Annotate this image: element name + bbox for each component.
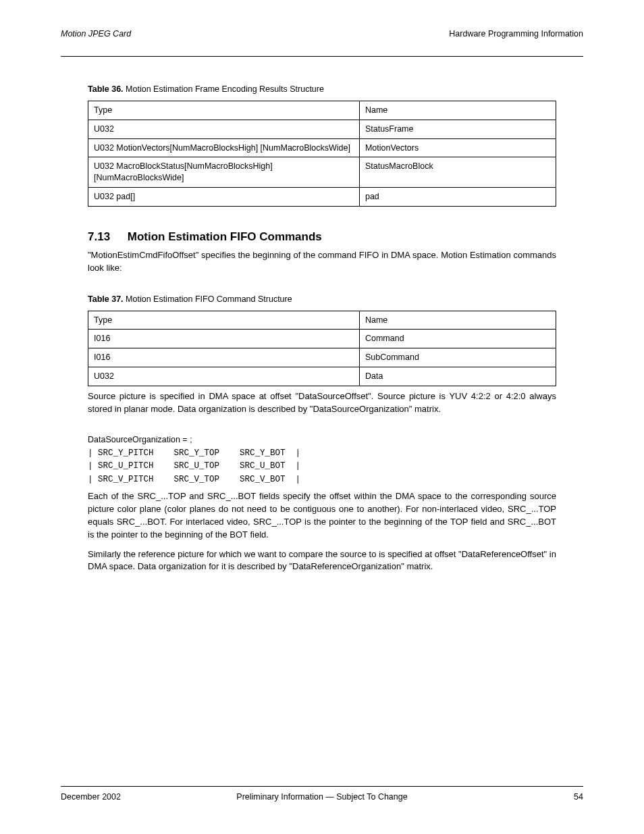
cell: SubCommand [359,348,556,367]
matrix-label: DataSourceOrganization = ; [88,435,192,444]
footer-rule [61,786,583,787]
cell: StatusFrame [359,120,556,138]
footer: December 2002 Preliminary Information — … [61,791,583,803]
section-number: 7.13 [88,230,124,245]
cell: Name [359,311,556,330]
cell: Type [88,101,360,120]
cell: U032 MacroBlockStatus[NumMacroBlocksHigh… [88,157,360,188]
paragraph: "MotionEstimCmdFifoOffset" specifies the… [88,249,556,275]
cell: Data [359,367,556,386]
table-row: TypeName [88,101,556,120]
table-row: U032 MotionVectors[NumMacroBlocksHigh] [… [88,138,556,157]
matrix-block: DataSourceOrganization = ; | SRC_Y_PITCH… [88,434,556,487]
table-row: U032 MacroBlockStatus[NumMacroBlocksHigh… [88,157,556,188]
table2: TypeName I016Command I016SubCommand U032… [88,311,556,387]
cell: MotionVectors [359,138,556,157]
table1-title: Motion Estimation Frame Encoding Results… [126,84,324,94]
header-left: Motion JPEG Card [61,28,131,40]
matrix-row: | SRC_Y_PITCH SRC_Y_TOP SRC_Y_BOT | [88,448,300,458]
cell: I016 [88,330,360,348]
cell: U032 pad[] [88,188,360,207]
table-row: I016SubCommand [88,348,556,367]
table-row: I016Command [88,330,556,348]
table-row: U032 pad[]pad [88,188,556,207]
table-row: U032StatusFrame [88,120,556,138]
section-title: Motion Estimation FIFO Commands [128,230,322,243]
table-row: U032Data [88,367,556,386]
paragraph: Source picture is specified in DMA space… [88,390,556,416]
cell: pad [359,188,556,207]
header-right: Hardware Programming Information [449,28,583,40]
footer-center: Preliminary Information — Subject To Cha… [61,791,583,803]
table2-title: Motion Estimation FIFO Command Structure [126,294,292,304]
table1: TypeName U032StatusFrame U032 MotionVect… [88,101,556,207]
table1-caption: Table 36. Motion Estimation Frame Encodi… [88,84,556,95]
cell: I016 [88,348,360,367]
cell: StatusMacroBlock [359,157,556,188]
cell: Name [359,101,556,120]
cell: U032 [88,120,360,138]
section-heading: 7.13 Motion Estimation FIFO Commands [88,230,556,245]
paragraph: Each of the SRC_...TOP and SRC_...BOT fi… [88,490,556,541]
cell: U032 MotionVectors[NumMacroBlocksHigh] [… [88,138,360,157]
table2-number: Table 37. [88,294,124,304]
matrix-row: | SRC_V_PITCH SRC_V_TOP SRC_V_BOT | [88,475,300,484]
paragraph: Similarly the reference picture for whic… [88,548,556,574]
table2-caption: Table 37. Motion Estimation FIFO Command… [88,294,556,305]
table1-number: Table 36. [88,84,124,94]
main-content: Table 36. Motion Estimation Frame Encodi… [61,57,583,573]
cell: Type [88,311,360,330]
table-row: TypeName [88,311,556,330]
cell: U032 [88,367,360,386]
cell: Command [359,330,556,348]
matrix-row: | SRC_U_PITCH SRC_U_TOP SRC_U_BOT | [88,461,300,471]
